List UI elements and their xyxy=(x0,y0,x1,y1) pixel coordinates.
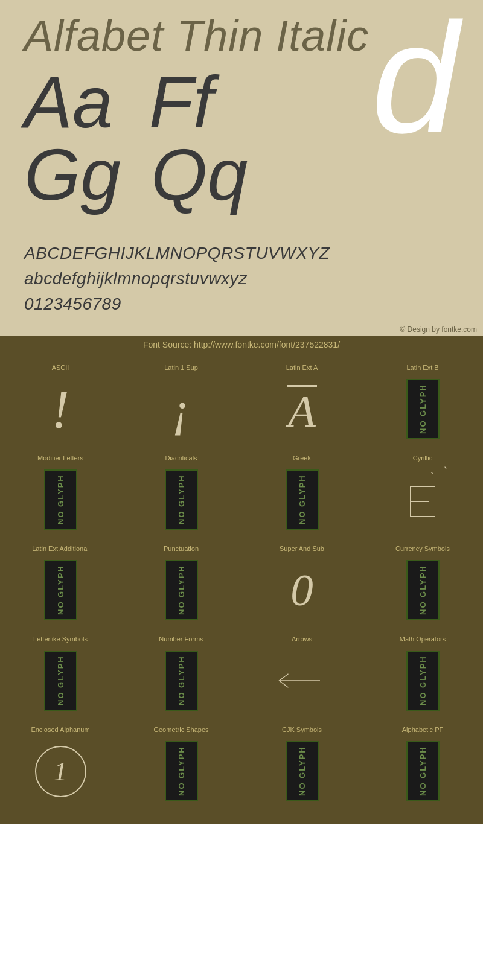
glyph-geometric: NO GLYPH xyxy=(154,738,208,804)
no-glyph-badge-5: NO GLYPH xyxy=(44,560,77,620)
label-modifier: Modifier Letters xyxy=(37,454,83,462)
lowercase-alphabet: abcdefghijklmnopqrstuvwxyz xyxy=(24,266,459,291)
no-glyph-badge-6: NO GLYPH xyxy=(165,560,198,620)
label-math-ops: Math Operators xyxy=(400,635,446,643)
cell-latin-ext-add: Latin Ext Additional NO GLYPH xyxy=(0,540,121,631)
glyph-grid-section: ASCII ! Latin 1 Sup ¡ Latin Ext A A Lati… xyxy=(0,353,483,824)
label-cjk: CJK Symbols xyxy=(282,726,322,733)
glyph-latin-ext-a: A xyxy=(275,376,329,442)
glyph-diacriticals: NO GLYPH xyxy=(154,466,208,533)
alphabet-section: ABCDEFGHIJKLMNOPQRSTUVWXYZ abcdefghijklm… xyxy=(0,241,483,323)
svg-text:`: ` xyxy=(430,471,434,483)
glyph-greek: NO GLYPH xyxy=(275,466,329,533)
arrow-svg xyxy=(275,666,329,696)
no-glyph-badge-8: NO GLYPH xyxy=(44,651,77,711)
label-super-sub: Super And Sub xyxy=(280,545,324,552)
glyph-math-ops: NO GLYPH xyxy=(395,648,450,714)
label-latin-ext-add: Latin Ext Additional xyxy=(32,545,89,552)
cell-greek: Greek NO GLYPH xyxy=(242,450,362,540)
no-glyph-badge-3: NO GLYPH xyxy=(165,469,198,530)
no-glyph-badge-7: NO GLYPH xyxy=(406,560,440,620)
cell-currency: Currency Symbols NO GLYPH xyxy=(362,540,483,631)
glyph-super-sub: 0 xyxy=(275,557,329,623)
cell-cjk: CJK Symbols NO GLYPH xyxy=(242,721,362,812)
glyph-pair-gg: Gg xyxy=(24,138,121,211)
label-greek: Greek xyxy=(293,454,311,462)
glyph-row-1: Aa Ff d xyxy=(24,66,459,138)
glyph-pair-aa: Aa xyxy=(24,66,113,138)
uppercase-alphabet: ABCDEFGHIJKLMNOPQRSTUVWXYZ xyxy=(24,241,459,266)
glyph-letterlike: NO GLYPH xyxy=(33,648,88,714)
label-geometric: Geometric Shapes xyxy=(153,726,208,733)
no-glyph-badge: NO GLYPH xyxy=(406,379,440,439)
glyph-latin-ext-b: NO GLYPH xyxy=(395,376,450,442)
cell-super-sub: Super And Sub 0 xyxy=(242,540,362,631)
label-cyrillic: Cyrillic xyxy=(413,454,432,462)
glyph-modifier: NO GLYPH xyxy=(33,466,88,533)
cyrillic-e-svg: ` xyxy=(401,471,444,526)
glyph-arrows xyxy=(275,648,329,714)
source-line: Font Source: http://www.fontke.com/font/… xyxy=(0,336,483,353)
no-glyph-badge-4: NO GLYPH xyxy=(286,469,319,530)
numbers-alphabet: 0123456789 xyxy=(24,291,459,317)
label-arrows: Arrows xyxy=(292,635,312,643)
circle-glyph: 1 xyxy=(35,746,86,797)
label-latin-ext-b: Latin Ext B xyxy=(406,364,438,371)
label-letterlike: Letterlike Symbols xyxy=(33,635,88,643)
cell-letterlike: Letterlike Symbols NO GLYPH xyxy=(0,631,121,721)
cell-math-ops: Math Operators NO GLYPH xyxy=(362,631,483,721)
label-latin-ext-a: Latin Ext A xyxy=(286,364,318,371)
glyph-cjk: NO GLYPH xyxy=(275,738,329,804)
label-enclosed: Enclosed Alphanum xyxy=(31,726,89,733)
glyph-pair-qq: Qq xyxy=(151,138,248,211)
label-diacriticals: Diacriticals xyxy=(165,454,197,462)
cell-alphabetic-pf: Alphabetic PF NO GLYPH xyxy=(362,721,483,812)
glyph-currency: NO GLYPH xyxy=(395,557,450,623)
copyright: © Design by fontke.com xyxy=(0,323,483,336)
label-latin1sup: Latin 1 Sup xyxy=(164,364,198,371)
cell-cyrillic: Cyrillic ̀ ` xyxy=(362,450,483,540)
glyph-pair-ff: Ff xyxy=(149,66,214,138)
no-glyph-badge-13: NO GLYPH xyxy=(406,741,440,801)
label-currency: Currency Symbols xyxy=(395,545,450,552)
cell-arrows: Arrows xyxy=(242,631,362,721)
cell-latin1sup: Latin 1 Sup ¡ xyxy=(121,359,242,450)
cell-modifier: Modifier Letters NO GLYPH xyxy=(0,450,121,540)
cell-punctuation: Punctuation NO GLYPH xyxy=(121,540,242,631)
hero-section: Alfabet Thin Italic Aa Ff d Gg Qq xyxy=(0,0,483,241)
glyph-large-d: d xyxy=(371,0,459,156)
cell-diacriticals: Diacriticals NO GLYPH xyxy=(121,450,242,540)
glyph-alphabetic-pf: NO GLYPH xyxy=(395,738,450,804)
no-glyph-badge-10: NO GLYPH xyxy=(406,651,440,711)
glyph-cyrillic: ̀ ` xyxy=(395,466,450,533)
label-ascii: ASCII xyxy=(52,364,69,371)
glyph-grid: ASCII ! Latin 1 Sup ¡ Latin Ext A A Lati… xyxy=(0,359,483,812)
cell-latin-ext-b: Latin Ext B NO GLYPH xyxy=(362,359,483,450)
no-glyph-badge-11: NO GLYPH xyxy=(165,741,198,801)
label-punctuation: Punctuation xyxy=(164,545,199,552)
cell-latin-ext-a: Latin Ext A A xyxy=(242,359,362,450)
glyph-number-forms: NO GLYPH xyxy=(154,648,208,714)
glyph-ascii: ! xyxy=(33,376,88,442)
cell-number-forms: Number Forms NO GLYPH xyxy=(121,631,242,721)
glyph-punctuation: NO GLYPH xyxy=(154,557,208,623)
cell-enclosed: Enclosed Alphanum 1 xyxy=(0,721,121,812)
glyph-latin-ext-add: NO GLYPH xyxy=(33,557,88,623)
glyph-enclosed: 1 xyxy=(33,738,88,804)
glyph-latin1sup: ¡ xyxy=(154,376,208,442)
no-glyph-badge-12: NO GLYPH xyxy=(286,741,319,801)
label-number-forms: Number Forms xyxy=(159,635,203,643)
cell-geometric: Geometric Shapes NO GLYPH xyxy=(121,721,242,812)
no-glyph-badge-9: NO GLYPH xyxy=(165,651,198,711)
no-glyph-badge-2: NO GLYPH xyxy=(44,469,77,530)
cell-ascii: ASCII ! xyxy=(0,359,121,450)
label-alphabetic-pf: Alphabetic PF xyxy=(402,726,443,733)
